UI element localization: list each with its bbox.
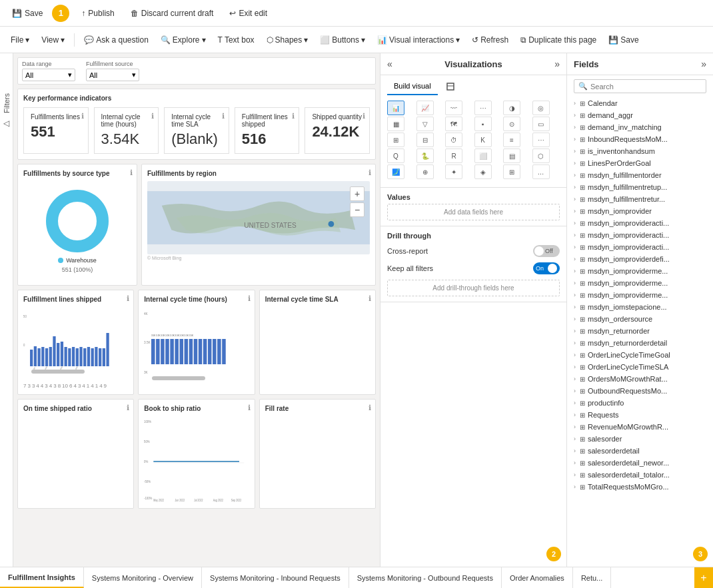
field-item-msdyn_iomme1[interactable]: › ⊞ msdyn_iomproviderme... (567, 265, 713, 277)
zoom-in-button[interactable]: + (350, 186, 364, 201)
viz-donut-chart[interactable]: ◎ (532, 101, 550, 115)
buttons-button[interactable]: ⬜ Buttons ▾ (315, 33, 370, 47)
fields-search-box[interactable]: 🔍 (574, 79, 706, 93)
viz-python[interactable]: 🐍 (416, 148, 434, 163)
refresh-button[interactable]: ↺ Refresh (466, 33, 514, 47)
tab-systems-inbound[interactable]: Systems Monitoring - Inbound Requests (202, 567, 349, 588)
fields-expand-icon[interactable]: » (701, 59, 706, 69)
add-tab-button[interactable]: + (694, 567, 713, 588)
viz-custom3[interactable]: ⬡ (532, 148, 550, 163)
viz-matrix[interactable]: ⊟ (416, 133, 434, 147)
discard-button[interactable]: 🗑 Discard current draft (124, 6, 221, 21)
field-item-salesorderdetail-total[interactable]: › ⊞ salesorderdetail_totalor... (567, 469, 713, 481)
visual-interactions-button[interactable]: 📊 Visual interactions ▾ (372, 33, 465, 47)
viz-treemap[interactable]: ▪ (474, 117, 492, 131)
save-button[interactable]: 💾 Save (5, 6, 49, 21)
field-item-OutboundReq[interactable]: › ⊞ OutboundRequestsMo... (567, 385, 713, 397)
field-item-OrderLineCycleGoal[interactable]: › ⊞ OrderLineCycleTimeGoal (567, 349, 713, 361)
field-item-OrdersMoM[interactable]: › ⊞ OrdersMoMGrowthRat... (567, 373, 713, 385)
format-visual-tab[interactable] (439, 79, 462, 95)
viz-custom1[interactable]: ⬜ (474, 148, 492, 163)
viz-table[interactable]: ⊞ (387, 133, 404, 147)
explore-button[interactable]: 🔍 Explore ▾ (155, 33, 211, 47)
viz-collapse-right[interactable]: » (554, 59, 560, 69)
viz-more[interactable]: ⋯ (532, 133, 550, 147)
info-icon-fill[interactable]: ℹ (368, 404, 371, 412)
build-visual-tab[interactable]: Build visual (387, 79, 438, 95)
search-input[interactable] (590, 83, 702, 91)
duplicate-button[interactable]: ⧉ Duplicate this page (515, 33, 602, 47)
viz-clock[interactable]: ⏱ (445, 133, 462, 147)
field-item-msdyn_fulfillretur1[interactable]: › ⊞ msdyn_fulfillmentretuр... (567, 181, 713, 193)
info-icon-internal[interactable]: ℹ (248, 294, 251, 303)
field-item-productinfo[interactable]: › ⊞ productinfo (567, 397, 713, 409)
field-item-OrderLineCycleSLA[interactable]: › ⊞ OrderLineCycleTimeSLA (567, 361, 713, 373)
publish-button[interactable]: ↑ Publish (75, 6, 121, 21)
field-item-salesorderdetail-new[interactable]: › ⊞ salesorderdetail_newor... (567, 457, 713, 469)
text-box-button[interactable]: T Text box (213, 33, 260, 47)
field-item-Calendar[interactable]: › ⊞ Calendar (567, 97, 713, 109)
fulfillment-source-select[interactable]: All ▾ (86, 69, 139, 81)
tab-fulfillment-insights[interactable]: Fulfillment Insights (0, 567, 84, 588)
tab-systems-outbound[interactable]: Systems Monitoring - Outbound Requests (349, 567, 502, 588)
field-item-salesorderdetail[interactable]: › ⊞ salesorderdetail (567, 445, 713, 457)
viz-scatter[interactable]: ⋯ (474, 101, 492, 115)
exit-edit-button[interactable]: ↩ Exit edit (223, 6, 274, 21)
info-icon-2[interactable]: ℹ (222, 112, 225, 121)
viz-custom4[interactable]: ◈ (474, 164, 492, 179)
viz-import[interactable]: ⊞ (503, 164, 520, 179)
add-drill-fields[interactable]: Add drill-through fields here (387, 280, 560, 296)
field-item-msdyn_iom[interactable]: › ⊞ msdyn_iomprovider (567, 205, 713, 217)
keep-filters-toggle[interactable]: On (533, 262, 560, 274)
viz-kpi[interactable]: K (474, 133, 492, 147)
viz-shape-map[interactable]: 🗾 (387, 164, 404, 179)
info-icon-book[interactable]: ℹ (248, 404, 251, 412)
field-item-demand_aggr[interactable]: › ⊞ demand_aggr (567, 109, 713, 121)
viz-collapse-left[interactable]: « (387, 59, 392, 69)
field-item-msdyn_fulfillretur2[interactable]: › ⊞ msdyn_fulfillmentretur... (567, 193, 713, 205)
viz-slicer[interactable]: ≡ (503, 133, 520, 147)
viz-r[interactable]: R (445, 148, 462, 163)
file-menu[interactable]: File ▾ (5, 33, 35, 47)
tab-retu[interactable]: Retu... (573, 567, 611, 588)
viz-card[interactable]: ▭ (532, 117, 550, 131)
field-item-msdyn_iomacti3[interactable]: › ⊞ msdyn_iomprovideracti... (567, 241, 713, 253)
info-icon-source[interactable]: ℹ (130, 168, 133, 177)
info-icon-ontime[interactable]: ℹ (127, 404, 129, 412)
scrollbar[interactable] (31, 370, 85, 374)
view-menu[interactable]: View ▾ (36, 33, 70, 47)
viz-pie-chart[interactable]: ◑ (503, 101, 520, 115)
tab-systems-overview[interactable]: Systems Monitoring - Overview (84, 567, 202, 588)
info-icon-region[interactable]: ℹ (368, 168, 371, 177)
shapes-button[interactable]: ⬡ Shapes ▾ (261, 33, 314, 47)
data-range-select[interactable]: All ▾ (22, 69, 75, 81)
info-icon-sla[interactable]: ℹ (368, 294, 371, 303)
field-item-msdyn_iomacti2[interactable]: › ⊞ msdyn_iomprovideracti... (567, 229, 713, 241)
field-item-msdyn_returndetail[interactable]: › ⊞ msdyn_returnorderdetail (567, 337, 713, 349)
viz-custom2[interactable]: ▤ (503, 148, 520, 163)
viz-smart[interactable]: ✦ (445, 164, 462, 179)
field-item-msdyn_fulfillorder[interactable]: › ⊞ msdyn_fulfillmentorder (567, 169, 713, 181)
field-item-msdyn_returnorder[interactable]: › ⊞ msdyn_returnorder (567, 325, 713, 337)
field-item-msdyn_iomme3[interactable]: › ⊞ msdyn_iomproviderme... (567, 289, 713, 301)
viz-funnel[interactable]: ▽ (416, 117, 434, 131)
collapse-icon[interactable]: ◁ (3, 119, 9, 128)
field-item-msdyn_iomstep[interactable]: › ⊞ msdyn_iomstepacione... (567, 301, 713, 313)
field-item-msdyn_iomdefi[interactable]: › ⊞ msdyn_iomproviderdefi... (567, 253, 713, 265)
field-item-TotalReqMoM[interactable]: › ⊞ TotalRequestsMoMGro... (567, 481, 713, 493)
save2-button[interactable]: 💾 Save (603, 33, 644, 47)
field-item-LinesPerOrder[interactable]: › ⊞ LinesPerOrderGoal (567, 157, 713, 169)
field-item-msdyn_iomme2[interactable]: › ⊞ msdyn_iomproviderme... (567, 277, 713, 289)
viz-bar-chart[interactable]: 📊 (387, 101, 404, 115)
cross-report-toggle[interactable]: Off (533, 245, 560, 257)
zoom-out-button[interactable]: − (350, 202, 364, 217)
viz-gauge[interactable]: ⊙ (503, 117, 520, 131)
info-icon-1[interactable]: ℹ (151, 112, 154, 121)
field-item-salesorder[interactable]: › ⊞ salesorder (567, 433, 713, 445)
viz-ellipsis[interactable]: … (532, 164, 550, 179)
field-item-Requests[interactable]: › ⊞ Requests (567, 409, 713, 421)
field-item-demand_inv[interactable]: › ⊞ demand_inv_matching (567, 121, 713, 133)
field-item-RevenueMoM[interactable]: › ⊞ RevenueMoMGrowthR... (567, 421, 713, 433)
viz-qna[interactable]: Q (387, 148, 404, 163)
info-icon-shipped[interactable]: ℹ (127, 294, 129, 303)
